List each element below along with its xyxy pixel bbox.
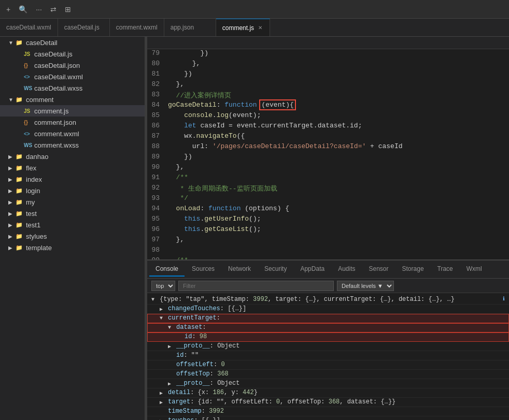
sidebar-item-file-comment-json[interactable]: {}comment.json xyxy=(0,117,145,128)
expand-arrow[interactable]: ▶ xyxy=(160,399,167,405)
item-label: comment.json xyxy=(34,119,76,126)
devtools-tab-storage[interactable]: Storage xyxy=(396,262,430,277)
expand-arrow[interactable]: ▶ xyxy=(168,381,175,387)
line-number: 91 xyxy=(147,173,168,181)
sidebar-item-folder-stylues[interactable]: ▶📁stylues xyxy=(0,230,145,242)
file-icon: JS xyxy=(24,108,32,114)
sidebar-item-folder-comment[interactable]: ▼📁comment xyxy=(0,94,145,105)
sidebar-item-folder-caseDetail[interactable]: ▼📁caseDetail xyxy=(0,37,145,48)
expand-arrow[interactable]: ▶ xyxy=(160,390,167,396)
sidebar-item-file-comment-wxss[interactable]: WScomment.wxss xyxy=(0,139,145,151)
layout-icon[interactable]: ⊞ xyxy=(63,4,73,15)
devtools-tab-network[interactable]: Network xyxy=(222,262,257,277)
more-icon[interactable]: ··· xyxy=(34,4,44,15)
expand-arrow[interactable]: ▶ xyxy=(160,306,167,312)
sidebar-item-file-caseDetail-js[interactable]: JScaseDetail.js xyxy=(0,48,145,60)
toggle-icon[interactable]: ⇄ xyxy=(48,4,59,15)
expand-arrow[interactable]: ▼ xyxy=(151,297,159,302)
expand-arrow[interactable]: ▶ xyxy=(160,418,167,420)
console-line[interactable]: ▶detail: {x: 186, y: 442} xyxy=(147,388,509,398)
tab-caseDetail-wxml[interactable]: caseDetail.wxml xyxy=(0,19,58,36)
console-text: offsetTop: 368 xyxy=(176,370,505,378)
line-number: 80 xyxy=(147,60,168,67)
search-icon[interactable]: 🔍 xyxy=(17,4,30,15)
console-line[interactable]: timeStamp: 3992 xyxy=(147,407,509,416)
code-line-88: 88 url: '/pages/caseDetail/caseDetail?ca… xyxy=(147,142,509,153)
console-text: id: "" xyxy=(176,352,505,359)
line-code: goCaseDetail: function (event){ xyxy=(168,101,509,109)
sidebar-item-folder-login[interactable]: ▶📁login xyxy=(0,185,145,196)
console-line[interactable]: ▶__proto__: Object xyxy=(147,379,509,388)
expand-arrow[interactable]: ▼ xyxy=(160,315,167,321)
console-line[interactable]: offsetLeft: 0 xyxy=(147,360,509,370)
line-code: let caseId = event.currentTarget.dataset… xyxy=(168,122,509,129)
line-number: 83 xyxy=(147,91,168,98)
sidebar: ▼📁caseDetailJScaseDetail.js{}caseDetail.… xyxy=(0,37,145,420)
devtools-tab-wxml[interactable]: Wxml xyxy=(460,262,488,277)
file-icon: WS xyxy=(24,142,32,148)
console-line[interactable]: id: 98 xyxy=(147,332,509,342)
tab-comment-js[interactable]: comment.js✕ xyxy=(216,19,270,36)
sidebar-item-file-comment-js[interactable]: JScomment.js xyxy=(0,105,145,117)
item-label: comment.js xyxy=(34,107,68,115)
console-line[interactable]: offsetTop: 368 xyxy=(147,370,509,379)
tab-caseDetail-js[interactable]: caseDetail.js xyxy=(58,19,110,36)
sidebar-item-folder-my[interactable]: ▶📁my xyxy=(0,196,145,208)
sidebar-item-folder-test1[interactable]: ▶📁test1 xyxy=(0,219,145,230)
line-number: 86 xyxy=(147,122,168,129)
console-line[interactable]: ▶__proto__: Object xyxy=(147,342,509,351)
console-line[interactable]: ▶touches: [{…}] xyxy=(147,416,509,420)
console-line[interactable]: ▶target: {id: "", offsetLeft: 0, offsetT… xyxy=(147,398,509,407)
sidebar-item-folder-test[interactable]: ▶📁test xyxy=(0,208,145,219)
editor-content[interactable]: 79 })80 },81 })82 },83 //进入案例详情页84goCase… xyxy=(147,49,509,259)
line-number: 96 xyxy=(147,225,168,233)
devtools-tab-audits[interactable]: Audits xyxy=(332,262,361,277)
devtools-tab-appdata[interactable]: AppData xyxy=(294,262,331,277)
folder-arrow: ▶ xyxy=(8,154,16,160)
file-icon: JS xyxy=(24,51,32,57)
item-label: caseDetail.wxss xyxy=(34,84,82,92)
sidebar-item-file-caseDetail-json[interactable]: {}caseDetail.json xyxy=(0,60,145,71)
folder-icon: 📁 xyxy=(16,153,24,160)
sidebar-item-file-caseDetail-wxml[interactable]: <>caseDetail.wxml xyxy=(0,71,145,82)
sidebar-item-folder-template[interactable]: ▶📁template xyxy=(0,242,145,253)
item-label: comment xyxy=(26,96,53,104)
devtools-tab-trace[interactable]: Trace xyxy=(431,262,459,277)
scope-select[interactable]: top xyxy=(151,281,175,291)
item-label: caseDetail.js xyxy=(34,50,73,58)
tab-app-json[interactable]: app.json xyxy=(164,19,216,36)
console-line[interactable]: ▶changedTouches: [{…}] xyxy=(147,305,509,314)
devtools-tab-security[interactable]: Security xyxy=(258,262,293,277)
sidebar-item-file-comment-wxml[interactable]: <>comment.wxml xyxy=(0,128,145,139)
levels-select[interactable]: Default levels ▼ xyxy=(337,281,394,291)
item-label: comment.wxml xyxy=(34,130,79,138)
console-line[interactable]: ▼{type: "tap", timeStamp: 3992, target: … xyxy=(147,295,509,305)
line-number: 90 xyxy=(147,163,168,171)
sidebar-item-folder-index[interactable]: ▶📁index xyxy=(0,173,145,185)
devtools-tab-sensor[interactable]: Sensor xyxy=(363,262,395,277)
filter-input[interactable] xyxy=(178,281,334,291)
folder-arrow: ▶ xyxy=(8,234,16,239)
devtools-tab-sources[interactable]: Sources xyxy=(186,262,221,277)
line-code: this.getCaseList(); xyxy=(168,225,509,233)
console-line[interactable]: ▼currentTarget: xyxy=(147,314,509,323)
line-number: 97 xyxy=(147,236,168,243)
console-line[interactable]: id: "" xyxy=(147,351,509,360)
devtools-tab-console[interactable]: Console xyxy=(149,262,185,277)
sidebar-item-file-caseDetail-wxss[interactable]: WScaseDetail.wxss xyxy=(0,82,145,94)
sidebar-item-folder-danhao[interactable]: ▶📁danhao xyxy=(0,151,145,162)
expand-arrow[interactable]: ▼ xyxy=(168,325,175,330)
line-code: console.log(event); xyxy=(168,111,509,119)
console-line[interactable]: ▼dataset: xyxy=(147,323,509,332)
add-icon[interactable]: + xyxy=(4,4,12,15)
line-code: }) xyxy=(168,70,509,78)
line-code: * 生命周期函数--监听页面加载 xyxy=(168,184,509,193)
bottom-panel: ConsoleSourcesNetworkSecurityAppDataAudi… xyxy=(147,259,509,420)
tab-comment-wxml[interactable]: comment.wxml xyxy=(110,19,164,36)
console-output[interactable]: ▼{type: "tap", timeStamp: 3992, target: … xyxy=(147,293,509,420)
code-line-79: 79 }) xyxy=(147,49,509,60)
tab-close-icon[interactable]: ✕ xyxy=(257,24,263,31)
expand-arrow[interactable]: ▶ xyxy=(168,343,175,350)
sidebar-item-folder-flex[interactable]: ▶📁flex xyxy=(0,162,145,173)
folder-icon: 📁 xyxy=(16,187,24,194)
